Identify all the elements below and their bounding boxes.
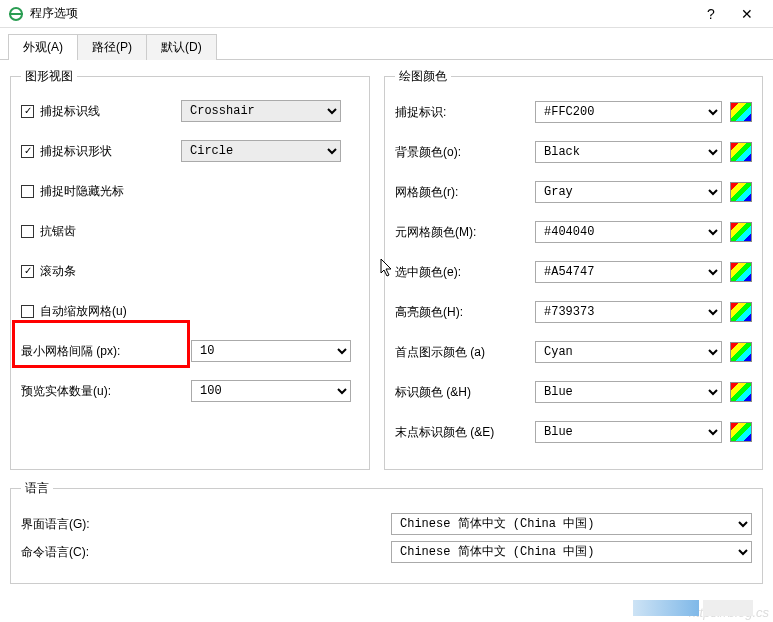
draw-colors-legend: 绘图颜色	[395, 68, 451, 85]
marker-color-swatch[interactable]	[730, 382, 752, 402]
meta-grid-color-select[interactable]: #404040	[535, 221, 722, 243]
bg-color-swatch[interactable]	[730, 142, 752, 162]
end-marker-color-label: 末点标识颜色 (&E)	[395, 424, 535, 441]
grid-color-label: 网格颜色(r):	[395, 184, 535, 201]
draw-colors-group: 绘图颜色 捕捉标识:#FFC200 背景颜色(o):Black 网格颜色(r):…	[384, 68, 763, 470]
hide-cursor-checkbox[interactable]	[21, 185, 34, 198]
start-point-color-select[interactable]: Cyan	[535, 341, 722, 363]
cmd-language-label: 命令语言(C):	[21, 544, 391, 561]
graphics-view-group: 图形视图 捕捉标识线 Crosshair 捕捉标识形状 Circle 捕捉时隐藏…	[10, 68, 370, 470]
cmd-language-select[interactable]: Chinese 简体中文 (China 中国)	[391, 541, 752, 563]
marker-color-select[interactable]: Blue	[535, 381, 722, 403]
meta-grid-color-swatch[interactable]	[730, 222, 752, 242]
help-button[interactable]: ?	[693, 6, 729, 22]
hide-cursor-label: 捕捉时隐藏光标	[40, 183, 124, 200]
snap-marker-select[interactable]: #FFC200	[535, 101, 722, 123]
antialias-checkbox[interactable]	[21, 225, 34, 238]
snap-line-label: 捕捉标识线	[40, 103, 100, 120]
start-point-color-label: 首点图示颜色 (a)	[395, 344, 535, 361]
selected-color-select[interactable]: #A54747	[535, 261, 722, 283]
end-marker-color-swatch[interactable]	[730, 422, 752, 442]
window-title: 程序选项	[30, 5, 693, 22]
autoscale-grid-checkbox[interactable]	[21, 305, 34, 318]
autoscale-grid-label: 自动缩放网格(u)	[40, 303, 127, 320]
snap-shape-label: 捕捉标识形状	[40, 143, 112, 160]
preview-count-label: 预览实体数量(u):	[21, 383, 191, 400]
end-marker-color-select[interactable]: Blue	[535, 421, 722, 443]
language-legend: 语言	[21, 480, 53, 497]
bg-color-select[interactable]: Black	[535, 141, 722, 163]
bg-color-label: 背景颜色(o):	[395, 144, 535, 161]
meta-grid-color-label: 元网格颜色(M):	[395, 224, 535, 241]
tab-bar: 外观(A) 路径(P) 默认(D)	[8, 34, 773, 60]
grid-color-select[interactable]: Gray	[535, 181, 722, 203]
grid-color-swatch[interactable]	[730, 182, 752, 202]
snap-shape-checkbox[interactable]	[21, 145, 34, 158]
snap-marker-swatch[interactable]	[730, 102, 752, 122]
min-grid-label: 最小网格间隔 (px):	[21, 343, 191, 360]
tab-paths[interactable]: 路径(P)	[77, 34, 147, 60]
highlight-color-swatch[interactable]	[730, 302, 752, 322]
svg-rect-1	[9, 13, 23, 15]
scrollbar-checkbox[interactable]	[21, 265, 34, 278]
bottom-bar	[633, 600, 753, 616]
min-grid-select[interactable]: 10	[191, 340, 351, 362]
close-button[interactable]: ✕	[729, 6, 765, 22]
selected-color-swatch[interactable]	[730, 262, 752, 282]
selected-color-label: 选中颜色(e):	[395, 264, 535, 281]
snap-marker-label: 捕捉标识:	[395, 104, 535, 121]
tab-defaults[interactable]: 默认(D)	[146, 34, 217, 60]
marker-color-label: 标识颜色 (&H)	[395, 384, 535, 401]
preview-count-select[interactable]: 100	[191, 380, 351, 402]
tab-appearance[interactable]: 外观(A)	[8, 34, 78, 60]
highlight-color-select[interactable]: #739373	[535, 301, 722, 323]
antialias-label: 抗锯齿	[40, 223, 76, 240]
cursor-icon	[380, 258, 396, 278]
start-point-color-swatch[interactable]	[730, 342, 752, 362]
snap-line-select[interactable]: Crosshair	[181, 100, 341, 122]
graphics-view-legend: 图形视图	[21, 68, 77, 85]
scrollbar-label: 滚动条	[40, 263, 76, 280]
language-group: 语言 界面语言(G): Chinese 简体中文 (China 中国) 命令语言…	[10, 480, 763, 584]
snap-shape-select[interactable]: Circle	[181, 140, 341, 162]
ui-language-label: 界面语言(G):	[21, 516, 391, 533]
snap-line-checkbox[interactable]	[21, 105, 34, 118]
ui-language-select[interactable]: Chinese 简体中文 (China 中国)	[391, 513, 752, 535]
app-icon	[8, 6, 24, 22]
highlight-color-label: 高亮颜色(H):	[395, 304, 535, 321]
